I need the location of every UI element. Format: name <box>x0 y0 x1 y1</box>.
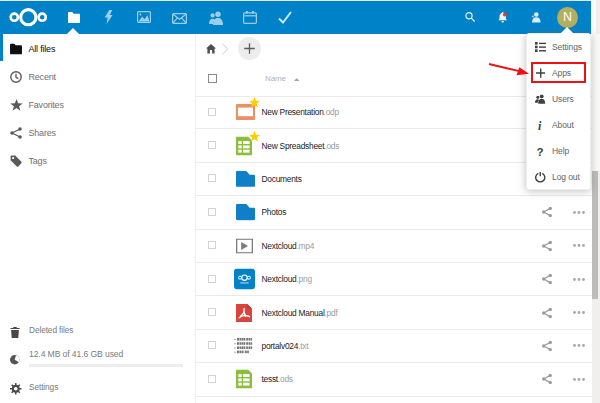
svg-text:?: ? <box>537 146 544 158</box>
svg-text:i: i <box>538 119 542 131</box>
